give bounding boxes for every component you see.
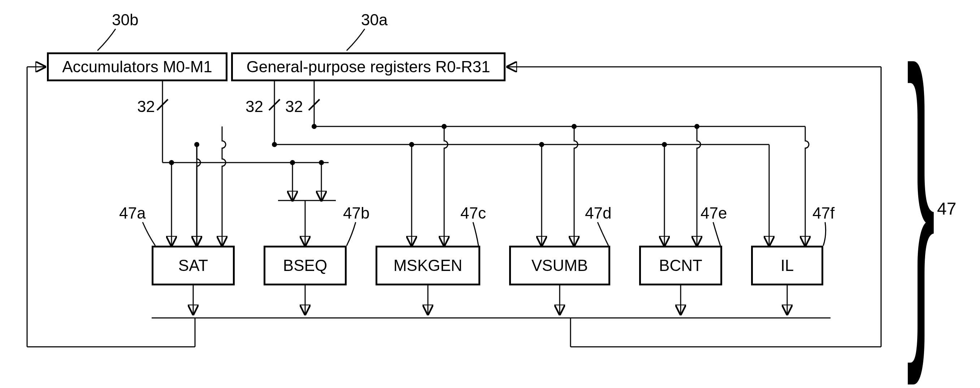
ref-label-il: 47f [813,204,834,222]
bus-width-2: 32 [245,97,263,116]
ref-label-bseq: 47b [343,204,369,222]
svg-point-17 [290,160,295,165]
bus-width-1: 32 [137,97,155,116]
bcnt-block: BCNT [639,246,722,286]
svg-point-23 [442,124,447,129]
ref-label-sat: 47a [119,204,146,222]
svg-point-14 [194,142,199,147]
ref-label-vsumb: 47d [585,204,611,222]
ref-label-accumulators: 30b [112,11,138,29]
mskgen-text: MSKGEN [394,257,463,275]
ref-label-bcnt: 47e [700,204,727,222]
ref-label-group: 47 [937,199,956,219]
bus-width-3: 32 [285,97,303,116]
bseq-block: BSEQ [264,246,347,286]
ref-label-mskgen: 47c [460,204,486,222]
vsumb-text: VSUMB [531,257,588,275]
leader-30b [97,29,116,51]
accumulators-text: Accumulators M0-M1 [62,58,212,76]
vsumb-block: VSUMB [509,246,610,286]
bseq-text: BSEQ [283,257,327,275]
svg-point-24 [539,142,544,147]
bcnt-text: BCNT [659,257,702,275]
svg-point-19 [319,160,324,165]
svg-line-3 [269,99,280,110]
il-text: IL [781,257,794,275]
svg-point-27 [662,142,667,147]
mskgen-block: MSKGEN [375,246,480,286]
accumulators-block: Accumulators M0-M1 [47,53,228,81]
il-block: IL [751,246,823,286]
gpr-text: General-purpose registers R0-R31 [247,58,490,76]
gpr-block: General-purpose registers R0-R31 [231,53,506,81]
svg-point-26 [572,124,577,129]
svg-point-29 [694,124,700,129]
svg-point-7 [312,124,317,129]
svg-point-9 [272,142,277,147]
sat-text: SAT [178,257,208,275]
svg-point-11 [169,160,174,165]
ref-label-gpr: 30a [361,11,387,29]
brace-icon: } [906,36,935,348]
svg-line-1 [157,99,168,110]
svg-point-21 [409,142,414,147]
sat-block: SAT [152,246,235,286]
svg-line-5 [309,99,320,110]
leader-30a [347,29,365,51]
